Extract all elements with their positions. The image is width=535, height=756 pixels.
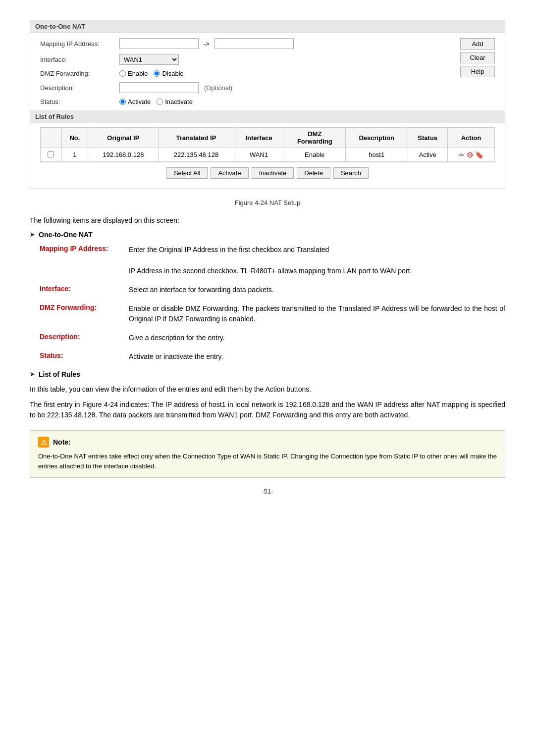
row-checkbox[interactable] [48,151,54,157]
status-inactivate-label[interactable]: Inactivate [157,98,193,105]
interface-field-name: Interface: [40,285,129,293]
chevron-icon: ➤ [30,231,35,238]
nat-box-title: One-to-One NAT [35,23,85,30]
dmz-enable-label[interactable]: Enable [119,70,148,77]
list-rules-title: List of Rules [35,113,74,120]
dmz-disable-radio[interactable] [154,70,160,77]
interface-label: Interface: [40,56,119,63]
description-field-name: Description: [40,333,129,341]
row-action: ✏ ⊖ 🔖 [447,148,494,162]
warning-icon: ⚠ [38,437,49,448]
move-icon[interactable]: 🔖 [475,151,483,159]
clear-button[interactable]: Clear [460,52,495,63]
inactivate-button[interactable]: Inactivate [252,167,294,179]
col-description: Description [346,128,408,148]
interface-desc-row: Interface: Select an interface for forwa… [40,285,505,296]
description-row: Description: (Optional) [40,82,495,93]
side-buttons: Add Clear Help [460,38,495,77]
status-label: Status: [40,98,119,105]
note-header: ⚠ Note: [38,437,497,448]
dmz-disable-label[interactable]: Disable [154,70,183,77]
mapping-ip-field-name: Mapping IP Address: [40,245,129,252]
figure-caption: Figure 4-24 NAT Setup [30,199,505,206]
intro-text: The following items are displayed on thi… [30,215,505,226]
help-button[interactable]: Help [460,66,495,77]
section2-title: ➤ List of Rules [30,370,505,378]
field-desc-table: Mapping IP Address: Enter the Original I… [40,245,505,362]
note-title: Note: [53,438,71,446]
select-all-button[interactable]: Select All [166,167,208,179]
add-button[interactable]: Add [460,38,495,50]
col-original-ip: Original IP [88,128,159,148]
dmz-enable-radio[interactable] [119,70,126,77]
description-label: Description: [40,84,119,92]
dmz-field-name: DMZ Forwarding: [40,303,129,311]
table-header-row: No. Original IP Translated IP Interface … [41,128,495,148]
dmz-field-desc: Enable or disable DMZ Forwarding. The pa… [129,303,505,325]
table-row: 1 192.168.0.128 222.135.48.128 WAN1 Enab… [41,148,495,162]
optional-text: (Optional) [202,84,232,92]
list-rules-header: List of Rules [30,110,505,123]
row-dmz: Enable [284,148,345,162]
delete-button[interactable]: Delete [297,167,330,179]
delete-icon[interactable]: ⊖ [467,150,473,159]
mapping-ip-input2[interactable] [214,38,294,49]
dmz-disable-text: Disable [162,70,183,77]
status-control: Activate Inactivate [119,98,193,105]
row-translated-ip: 222.135.48.128 [159,148,234,162]
chevron2-icon: ➤ [30,371,35,378]
row-interface: WAN1 [234,148,284,162]
entry-desc-text: The first entry in Figure 4-24 indicates… [30,400,505,420]
col-translated-ip: Translated IP [159,128,234,148]
col-action: Action [447,128,494,148]
status-field-desc: Activate or inactivate the entry. [129,352,505,362]
description-desc-row: Description: Give a description for the … [40,333,505,344]
dmz-label: DMZ Forwarding: [40,70,119,77]
row-no: 1 [61,148,88,162]
mapping-ip-row: Mapping IP Address: -> [40,38,495,49]
description-control: (Optional) [119,82,232,93]
section2-heading: List of Rules [39,370,80,378]
col-dmz: DMZForwarding [284,128,345,148]
dmz-enable-text: Enable [128,70,148,77]
page-number: -51- [30,488,505,495]
description-field-desc: Give a description for the entry. [129,333,505,344]
interface-select[interactable]: WAN1 WAN2 [119,54,179,65]
col-checkbox [41,128,62,148]
status-activate-text: Activate [128,98,151,105]
nat-box-content: Add Clear Help Mapping IP Address: -> In… [30,33,505,189]
dmz-control: Enable Disable [119,70,184,77]
col-no: No. [61,128,88,148]
note-box: ⚠ Note: One-to-One NAT entries take effe… [30,430,505,478]
row-status: Active [408,148,447,162]
table-buttons: Select All Activate Inactivate Delete Se… [40,162,495,184]
mapping-ip-field-desc: Enter the Original IP Address in the fir… [129,245,505,277]
arrow-text: -> [202,40,212,48]
row-checkbox-cell [41,148,62,162]
description-section: The following items are displayed on thi… [30,215,505,420]
mapping-ip-desc2: IP Address in the second checkbox. TL-R4… [129,267,412,275]
status-activate-radio[interactable] [119,99,126,105]
nat-setup-box: One-to-One NAT Add Clear Help Mapping IP… [30,20,505,189]
description-input[interactable] [119,82,199,93]
search-button[interactable]: Search [333,167,369,179]
col-interface: Interface [234,128,284,148]
rules-table: No. Original IP Translated IP Interface … [40,127,495,162]
status-inactivate-radio[interactable] [157,99,163,105]
row-description: host1 [346,148,408,162]
section1-title: ➤ One-to-One NAT [30,231,505,239]
mapping-ip-desc1: Enter the Original IP Address in the fir… [129,246,329,253]
interface-control: WAN1 WAN2 [119,54,179,65]
status-field-name: Status: [40,352,129,359]
note-text: One-to-One NAT entries take effect only … [38,452,497,471]
mapping-ip-desc-row: Mapping IP Address: Enter the Original I… [40,245,505,277]
status-desc-row: Status: Activate or inactivate the entry… [40,352,505,362]
nat-box-header: One-to-One NAT [30,20,505,33]
row-original-ip: 192.168.0.128 [88,148,159,162]
status-activate-label[interactable]: Activate [119,98,151,105]
edit-icon[interactable]: ✏ [459,151,465,159]
interface-row: Interface: WAN1 WAN2 [40,54,495,65]
activate-button[interactable]: Activate [211,167,248,179]
mapping-ip-label: Mapping IP Address: [40,40,119,48]
mapping-ip-input1[interactable] [119,38,199,49]
